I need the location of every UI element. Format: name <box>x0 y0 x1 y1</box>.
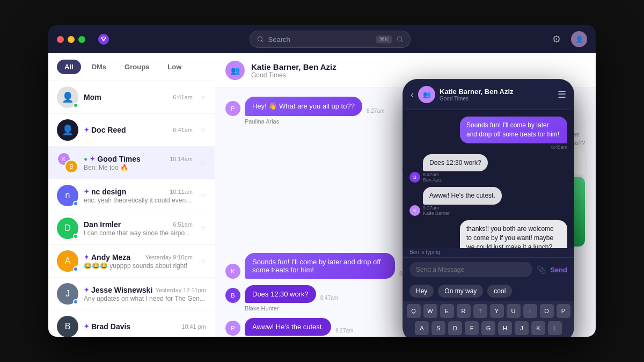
key-j[interactable]: J <box>515 321 529 335</box>
back-button[interactable]: ‹ <box>411 89 414 100</box>
chat-subtitle: Good Times <box>251 71 336 79</box>
avatar: B <box>57 316 78 337</box>
mobile-send-button[interactable]: Send <box>550 266 567 274</box>
minimize-button[interactable] <box>68 36 75 43</box>
avatar: P <box>225 321 240 336</box>
chat-title: Katie Barner, Ben Aziz <box>251 62 336 71</box>
key-f[interactable]: F <box>465 321 479 335</box>
avatar: n <box>57 185 78 206</box>
message-time: 8:27am <box>367 108 384 114</box>
key-u[interactable]: U <box>507 304 521 318</box>
quick-reply-hey[interactable]: Hey <box>409 285 434 298</box>
conv-time: 6:41am <box>173 127 193 133</box>
status-indicator <box>73 299 78 305</box>
attachment-icon[interactable]: 📎 <box>537 265 546 274</box>
conv-info: Dan Irmler 6:51am I can come that way si… <box>84 220 193 237</box>
tab-low[interactable]: Low <box>160 60 189 74</box>
menu-icon[interactable]: ☰ <box>558 89 566 100</box>
mobile-meta: 9:27am <box>423 205 502 211</box>
group-avatar: K B <box>57 152 78 173</box>
key-e[interactable]: E <box>440 304 454 318</box>
message-time: 8:47am <box>320 295 338 301</box>
key-o[interactable]: O <box>540 304 554 318</box>
key-r[interactable]: R <box>457 304 471 318</box>
user-avatar[interactable]: 👤 <box>571 31 587 47</box>
quick-reply-on-my-way[interactable]: On my way <box>438 285 483 298</box>
key-a[interactable]: A <box>415 321 429 335</box>
message-time: 9:27am <box>335 328 353 334</box>
conversation-item[interactable]: A ✦ Andy Meza Yesterday 9:10pm 😂😂😂 yuppp… <box>48 245 215 278</box>
mobile-input-area: 📎 Send <box>403 257 574 281</box>
conv-preview: 😂😂😂 yupppp sounds about right! <box>84 262 193 270</box>
conversation-item[interactable]: 👤 Mom 6:41am ☆ <box>48 81 215 114</box>
key-t[interactable]: T <box>473 304 487 318</box>
mobile-bubble: Awww! He's the cutest. <box>423 187 502 205</box>
mobile-message: K Awww! He's the cutest. 9:27am Katie Ba… <box>409 187 567 216</box>
conv-name: ✦ Doc Reed <box>84 126 126 134</box>
mobile-content: Does 12:30 work? 8:47am Ben Aziz <box>423 154 488 183</box>
avatar: 👤 <box>57 119 78 141</box>
tab-all[interactable]: All <box>57 60 81 74</box>
conv-name: Dan Irmler <box>84 220 121 229</box>
mobile-keyboard: Q W E R T Y U I O P A S D F G H J K L <box>403 301 574 337</box>
quick-reply-cool[interactable]: cool <box>487 285 512 298</box>
mobile-content: Awww! He's the cutest. 9:27am Katie Barn… <box>423 187 502 216</box>
mobile-quick-replies: Hey On my way cool <box>403 281 574 301</box>
sidebar-tabs: All DMs Groups Low <box>48 53 215 81</box>
star-icon: ☆ <box>200 257 206 265</box>
conv-time: Yesterday 12:11pm <box>156 287 206 293</box>
mobile-bubble: Sounds fun! I'll come by later and drop … <box>460 117 567 143</box>
key-s[interactable]: S <box>431 321 445 335</box>
key-h[interactable]: H <box>498 321 512 335</box>
conv-info: ✦ nc design 10:11am eric: yeah theoretic… <box>84 187 193 204</box>
message-bubble: Does 12:30 work? <box>245 285 316 303</box>
conversation-item[interactable]: B ✦ Brad Davis 10:41 pm <box>48 310 215 337</box>
conversation-item[interactable]: n ✦ nc design 10:11am eric: yeah theoret… <box>48 179 215 212</box>
star-icon: ☆ <box>200 159 206 166</box>
star-icon: ☆ <box>200 93 206 101</box>
status-indicator <box>73 234 78 239</box>
mobile-time: 8:45am <box>551 144 567 150</box>
conversation-item[interactable]: 👤 ✦ Doc Reed 6:41am ☆ <box>48 114 215 147</box>
conv-time: 6:41am <box>173 94 193 100</box>
conversation-item[interactable]: J ✦ Jesse Wisnewski Yesterday 12:11pm An… <box>48 278 215 310</box>
key-l[interactable]: L <box>548 321 562 335</box>
search-bar[interactable]: Search ⌘K <box>250 31 411 48</box>
key-i[interactable]: I <box>523 304 537 318</box>
svg-point-0 <box>103 36 105 38</box>
search-submit-icon <box>396 35 404 43</box>
mobile-chat-subtitle: Good Times <box>440 96 514 102</box>
mobile-header-info: Katie Barner, Ben Aziz Good Times <box>440 88 514 102</box>
mobile-message: thanks!! you both are welcome to come by… <box>409 220 567 248</box>
key-q[interactable]: Q <box>407 304 421 318</box>
mobile-bubble: Does 12:30 work? <box>423 154 488 172</box>
tab-dms[interactable]: DMs <box>84 60 114 74</box>
settings-button[interactable]: ⚙ <box>548 31 565 47</box>
conversation-item[interactable]: D Dan Irmler 6:51am I can come that way … <box>48 212 215 245</box>
status-indicator <box>73 201 78 206</box>
mobile-message: Sounds fun! I'll come by later and drop … <box>409 117 567 150</box>
keyboard-row-1: Q W E R T Y U I O P <box>405 304 572 318</box>
key-w[interactable]: W <box>423 304 437 318</box>
key-d[interactable]: D <box>448 321 462 335</box>
conv-info: Mom 6:41am <box>84 93 193 102</box>
conv-name: Mom <box>84 93 101 102</box>
key-k[interactable]: K <box>531 321 545 335</box>
key-p[interactable]: P <box>557 304 570 318</box>
chat-avatar: 👥 <box>225 61 245 80</box>
mobile-message-input[interactable] <box>409 262 532 277</box>
title-bar-right: ⚙ 👤 <box>548 31 587 47</box>
key-y[interactable]: Y <box>490 304 504 318</box>
close-button[interactable] <box>57 36 64 43</box>
mob-av: K <box>409 205 420 216</box>
tab-groups[interactable]: Groups <box>117 60 157 74</box>
message-bubble: Sounds fun! I'll come by later and drop … <box>245 253 395 279</box>
key-g[interactable]: G <box>481 321 495 335</box>
conv-preview: Any updates on what I need for The Gen..… <box>84 295 206 302</box>
maximize-button[interactable] <box>78 36 85 43</box>
conv-info: ✦ Andy Meza Yesterday 9:10pm 😂😂😂 yupppp … <box>84 253 193 270</box>
star-icon: ☆ <box>200 192 206 199</box>
mobile-meta: 8:47am <box>423 172 488 177</box>
conv-time: 6:51am <box>173 221 193 228</box>
conversation-item-good-times[interactable]: K B ● ✦ Good Times 10:14am Ben: Me too 🔥… <box>48 147 215 179</box>
